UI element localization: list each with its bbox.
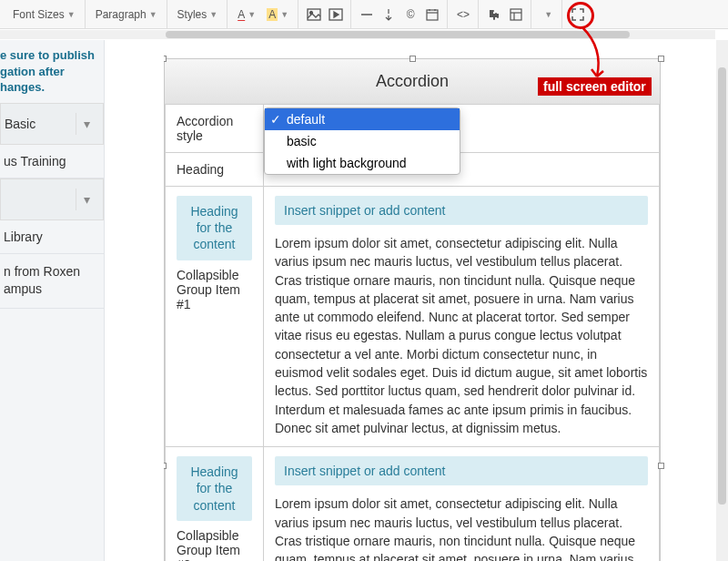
code-icon[interactable]: <> bbox=[452, 4, 474, 26]
left-sidebar: e sure to publish gation after hanges. B… bbox=[0, 40, 105, 561]
content-body[interactable]: Lorem ipsum dolor sit amet, consectetur … bbox=[275, 495, 648, 561]
publish-note: e sure to publish gation after hanges. bbox=[0, 42, 104, 103]
template-icon[interactable] bbox=[505, 4, 527, 26]
group-label: Collapsible Group Item #1 bbox=[177, 268, 252, 311]
selection-handle[interactable] bbox=[658, 463, 664, 469]
group-label: Collapsible Group Item #2 bbox=[177, 528, 252, 561]
font-sizes-dropdown[interactable]: Font Sizes▼ bbox=[7, 4, 81, 26]
sidebar-item-blank[interactable]: ▾ bbox=[0, 178, 104, 220]
annotation-label: full screen editor bbox=[538, 77, 652, 96]
dropdown-option-lightbg[interactable]: with light background bbox=[265, 152, 460, 174]
horizontal-scrollbar[interactable] bbox=[0, 30, 715, 39]
snippet-placeholder[interactable]: Insert snippet or add content bbox=[275, 196, 648, 225]
pagebreak-icon[interactable] bbox=[378, 4, 399, 26]
sidebar-item-basic[interactable]: Basic▾ bbox=[0, 103, 104, 145]
chevron-down-icon[interactable]: ▾ bbox=[76, 189, 97, 210]
background-color-button[interactable]: A▼ bbox=[261, 4, 294, 26]
puzzle-icon[interactable] bbox=[483, 4, 505, 26]
accordion-style-label: Accordion style bbox=[166, 105, 264, 153]
editor-toolbar: Font Sizes▼ Paragraph▼ Styles▼ A▼ A▼ © <… bbox=[0, 0, 728, 29]
sidebar-item-training[interactable]: us Training bbox=[0, 145, 104, 178]
heading-column-label: Heading bbox=[166, 153, 264, 187]
selection-handle[interactable] bbox=[164, 56, 167, 62]
paragraph-dropdown[interactable]: Paragraph▼ bbox=[90, 4, 163, 26]
table-dropdown[interactable]: ▼ bbox=[536, 4, 558, 26]
selection-handle[interactable] bbox=[410, 56, 416, 62]
styles-dropdown[interactable]: Styles▼ bbox=[172, 4, 224, 26]
selection-handle[interactable] bbox=[164, 463, 167, 469]
fullscreen-icon[interactable] bbox=[567, 4, 589, 26]
selection-handle[interactable] bbox=[658, 56, 664, 62]
media-icon[interactable] bbox=[325, 4, 347, 26]
vertical-scrollbar[interactable] bbox=[716, 40, 728, 561]
hr-icon[interactable] bbox=[356, 4, 378, 26]
date-icon[interactable] bbox=[421, 4, 443, 26]
accordion-style-dropdown[interactable]: ▲▼ default basic with light background bbox=[264, 107, 460, 175]
svg-rect-8 bbox=[511, 9, 521, 20]
sidebar-item-roxen[interactable]: n from Roxen ampus bbox=[0, 254, 104, 309]
copyright-icon[interactable]: © bbox=[399, 4, 421, 26]
heading-placeholder[interactable]: Heading for the content bbox=[177, 196, 252, 260]
font-color-button[interactable]: A▼ bbox=[232, 4, 261, 26]
content-body[interactable]: Lorem ipsum dolor sit amet, consectetur … bbox=[275, 234, 648, 437]
image-icon[interactable] bbox=[303, 4, 325, 26]
svg-rect-4 bbox=[427, 10, 438, 20]
chevron-down-icon[interactable]: ▾ bbox=[76, 113, 97, 135]
heading-placeholder[interactable]: Heading for the content bbox=[177, 456, 252, 521]
dropdown-option-default[interactable]: default bbox=[265, 108, 460, 130]
sidebar-item-library[interactable]: Library bbox=[0, 220, 104, 254]
snippet-placeholder[interactable]: Insert snippet or add content bbox=[275, 456, 648, 485]
dropdown-option-basic[interactable]: basic bbox=[265, 130, 460, 152]
